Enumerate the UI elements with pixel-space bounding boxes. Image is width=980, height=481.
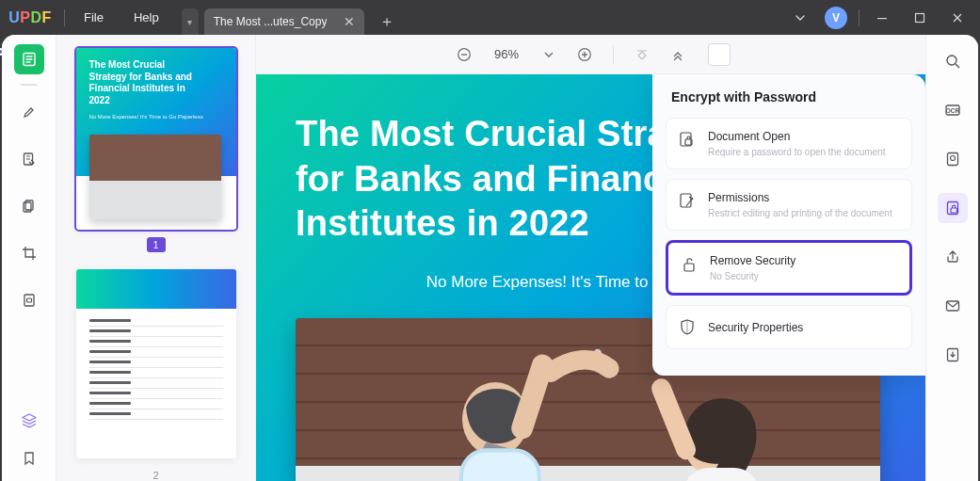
title-bar: UPDF File Help ▾ The Most ...utes_Copy ✕… (0, 0, 980, 35)
maximize-button[interactable] (901, 0, 939, 35)
tool-edit[interactable] (14, 144, 44, 174)
thumb-title: The Most Crucial Strategy for Banks and … (89, 59, 193, 106)
email-button[interactable] (938, 291, 968, 321)
option-title: Remove Security (710, 254, 795, 267)
option-title: Security Properties (708, 321, 803, 334)
copy-pages-icon (22, 199, 37, 214)
right-toolbar: OCR (925, 35, 978, 481)
tool-layers[interactable] (14, 406, 44, 436)
divider (859, 9, 860, 26)
option-title: Permissions (708, 191, 892, 204)
option-permissions[interactable]: Permissions Restrict editing and printin… (666, 179, 912, 231)
crop-icon (22, 246, 37, 261)
highlighter-icon (22, 104, 37, 120)
thumbnail-page-2[interactable]: Table of Contents (76, 269, 236, 458)
minus-circle-icon (457, 47, 472, 62)
divider (64, 9, 65, 26)
svg-point-23 (947, 56, 956, 65)
thumbnail-page-1[interactable]: The Most Crucial Strategy for Banks and … (76, 48, 236, 230)
export-button[interactable] (938, 340, 968, 370)
option-security-properties[interactable]: Security Properties (666, 305, 912, 349)
tool-organize[interactable] (14, 191, 44, 221)
left-toolbar (2, 35, 56, 481)
tool-highlight[interactable] (14, 97, 44, 127)
tool-reader[interactable] (14, 44, 44, 74)
export-icon (944, 346, 961, 363)
zoom-value: 96% (487, 47, 526, 61)
svg-rect-7 (26, 298, 31, 302)
new-tab-button[interactable]: ＋ (374, 8, 400, 35)
maximize-icon (914, 12, 925, 24)
plus-circle-icon (577, 47, 592, 62)
doc-title-l2: for Banks and Financial (296, 159, 703, 199)
option-remove-security[interactable]: Remove Security No Security (666, 240, 912, 296)
prev-page-button[interactable] (665, 41, 691, 68)
thumb-sub: No More Expenses! It's Time to Go Paperl… (89, 114, 223, 120)
compress-icon (22, 293, 37, 308)
svg-rect-21 (681, 194, 691, 207)
encrypt-panel: Encrypt with Password Document Open Requ… (652, 74, 925, 376)
page-badge-1: 1 (147, 237, 166, 252)
unlock-icon (680, 255, 699, 274)
divider (21, 84, 38, 86)
svg-rect-0 (877, 18, 887, 19)
close-icon (952, 12, 963, 24)
first-page-button[interactable] (629, 41, 655, 68)
svg-rect-29 (951, 208, 957, 213)
ocr-icon: OCR (944, 102, 961, 119)
close-button[interactable] (939, 0, 976, 35)
ocr-button[interactable]: OCR (938, 95, 968, 125)
app-frame: The Most Crucial Strategy for Banks and … (2, 35, 978, 481)
option-sub: No Security (710, 271, 795, 281)
search-button[interactable] (938, 46, 968, 76)
tool-crop[interactable] (14, 238, 44, 268)
zoom-out-button[interactable] (451, 41, 477, 68)
bookmark-icon (22, 451, 37, 466)
close-tab-icon[interactable]: ✕ (344, 14, 355, 29)
share-button[interactable] (938, 242, 968, 272)
document-tab[interactable]: The Most ...utes_Copy ✕ (204, 8, 365, 35)
zoom-dropdown[interactable] (536, 41, 562, 68)
permissions-icon (678, 192, 697, 211)
page-input[interactable] (708, 43, 731, 66)
user-avatar[interactable]: V (825, 7, 847, 29)
option-sub: Restrict editing and printing of the doc… (708, 208, 892, 218)
chevrons-up-icon (671, 48, 684, 61)
tab-title: The Most ...utes_Copy (214, 15, 328, 28)
svg-rect-22 (684, 264, 694, 271)
protect-button[interactable] (938, 193, 968, 223)
minimize-button[interactable] (863, 0, 901, 35)
zoom-in-button[interactable] (571, 41, 598, 68)
panel-title: Encrypt with Password (671, 89, 907, 104)
share-icon (944, 249, 961, 265)
chevrons-up-bar-icon (635, 48, 649, 61)
thumbnail-panel: The Most Crucial Strategy for Banks and … (56, 35, 256, 481)
search-icon (944, 53, 961, 70)
svg-rect-26 (947, 153, 957, 166)
menu-file[interactable]: File (69, 0, 119, 35)
tool-bookmarks[interactable] (14, 443, 44, 473)
document-scroll[interactable]: The Most Crucial Strategy for Banks and … (256, 74, 925, 481)
thumb-image (89, 135, 221, 219)
window-controls (863, 0, 976, 35)
edit-page-icon (22, 152, 37, 167)
document-area: 96% The Most Crucial Strategy for Banks … (256, 35, 925, 481)
divider (613, 45, 614, 64)
tab-home[interactable]: ▾ (182, 8, 199, 35)
lock-page-icon (678, 131, 697, 150)
option-title: Document Open (708, 130, 885, 143)
page-number-2: 2 (153, 470, 158, 481)
svg-point-27 (950, 156, 955, 161)
window-menu-chevron[interactable] (783, 0, 817, 35)
watermark-button[interactable] (938, 144, 968, 174)
doc-title-l3: Institutes in 2022 (296, 203, 589, 243)
minimize-icon (876, 12, 888, 24)
option-document-open[interactable]: Document Open Require a password to open… (666, 118, 912, 169)
svg-text:OCR: OCR (945, 107, 959, 114)
tool-compress[interactable] (14, 285, 44, 315)
stamp-icon (944, 151, 961, 168)
mail-icon (944, 297, 961, 314)
svg-rect-1 (916, 13, 924, 22)
svg-rect-10 (296, 465, 880, 481)
menu-help[interactable]: Help (119, 0, 174, 35)
